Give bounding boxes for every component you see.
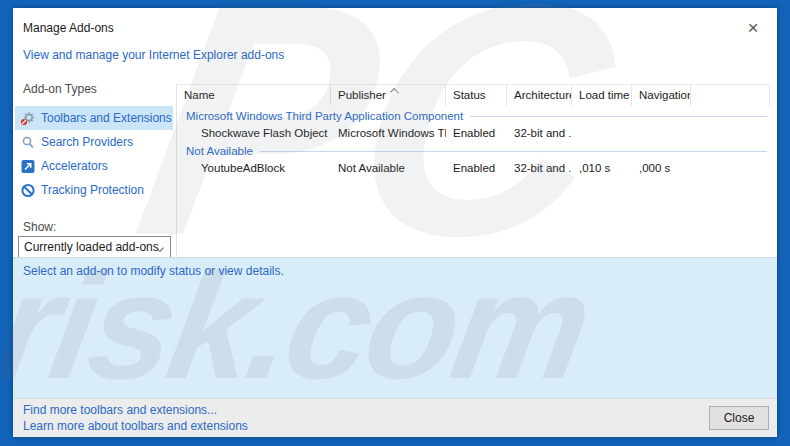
dialog-title: Manage Add-ons xyxy=(23,21,114,35)
group-divider xyxy=(260,151,767,152)
sidebar-item-label: Accelerators xyxy=(41,159,108,173)
gear-icon xyxy=(20,111,36,126)
column-header-status[interactable]: Status xyxy=(446,85,507,106)
group-header-label: Microsoft Windows Third Party Applicatio… xyxy=(177,110,463,122)
show-dropdown[interactable]: Currently loaded add-ons xyxy=(18,236,171,258)
cell-navigation-time: ,000 s xyxy=(632,162,691,174)
group-header-label: Not Available xyxy=(177,145,253,157)
dialog-subtitle: View and manage your Internet Explorer a… xyxy=(23,48,284,62)
cell-architecture: 32-bit and ... xyxy=(507,162,572,174)
table-row[interactable]: YoutubeAdBlock Not Available Enabled 32-… xyxy=(177,159,770,176)
group-divider xyxy=(470,116,767,117)
accelerator-arrow-icon xyxy=(20,159,36,174)
column-header-architecture[interactable]: Architecture xyxy=(507,85,572,106)
show-dropdown-value: Currently loaded add-ons xyxy=(24,240,159,254)
details-pane: Select an add-on to modify status or vie… xyxy=(13,257,777,398)
find-more-toolbars-link[interactable]: Find more toolbars and extensions... xyxy=(23,403,217,417)
no-entry-icon xyxy=(20,183,36,198)
sidebar-item-label: Tracking Protection xyxy=(41,183,144,197)
table-row[interactable]: Shockwave Flash Object Microsoft Windows… xyxy=(177,124,770,141)
footer-bar: Find more toolbars and extensions... Lea… xyxy=(13,398,777,437)
column-header-name[interactable]: Name xyxy=(177,85,331,106)
sidebar-item-accelerators[interactable]: Accelerators xyxy=(15,154,173,178)
sidebar-item-label: Toolbars and Extensions xyxy=(41,111,172,125)
group-header: Microsoft Windows Third Party Applicatio… xyxy=(177,108,770,124)
search-icon xyxy=(20,135,36,150)
cell-name: YoutubeAdBlock xyxy=(177,162,331,174)
cell-publisher: Not Available xyxy=(331,162,446,174)
column-header-publisher[interactable]: Publisher xyxy=(331,85,446,106)
desktop-background: PC risk.com Manage Add-ons × View and ma… xyxy=(0,0,790,446)
column-header-load-time[interactable]: Load time xyxy=(572,85,632,106)
sidebar-item-label: Search Providers xyxy=(41,135,133,149)
cell-status: Enabled xyxy=(446,127,507,139)
addons-table: Name Publisher Status Architecture Load … xyxy=(176,84,770,257)
sidebar-item-toolbars-extensions[interactable]: Toolbars and Extensions xyxy=(15,106,173,130)
close-button[interactable]: Close xyxy=(709,406,769,430)
close-icon[interactable]: × xyxy=(741,16,765,40)
cell-architecture: 32-bit and ... xyxy=(507,127,572,139)
column-header-filler xyxy=(691,85,770,106)
manage-addons-dialog: Manage Add-ons × View and manage your In… xyxy=(13,8,777,437)
column-header-navigation[interactable]: Navigation ... xyxy=(632,85,691,106)
cell-status: Enabled xyxy=(446,162,507,174)
sidebar-item-tracking-protection[interactable]: Tracking Protection xyxy=(15,178,173,202)
learn-more-toolbars-link[interactable]: Learn more about toolbars and extensions xyxy=(23,419,248,433)
show-label: Show: xyxy=(23,220,56,234)
details-hint: Select an add-on to modify status or vie… xyxy=(23,264,284,278)
addon-types-header: Add-on Types xyxy=(23,82,97,96)
cell-load-time: ,010 s xyxy=(572,162,632,174)
sidebar-item-search-providers[interactable]: Search Providers xyxy=(15,130,173,154)
cell-name: Shockwave Flash Object xyxy=(177,127,331,139)
cell-publisher: Microsoft Windows Third... xyxy=(331,127,446,139)
addon-types-list: Toolbars and Extensions Search Providers xyxy=(15,106,173,202)
group-header: Not Available xyxy=(177,143,770,159)
addons-table-header: Name Publisher Status Architecture Load … xyxy=(177,85,770,106)
